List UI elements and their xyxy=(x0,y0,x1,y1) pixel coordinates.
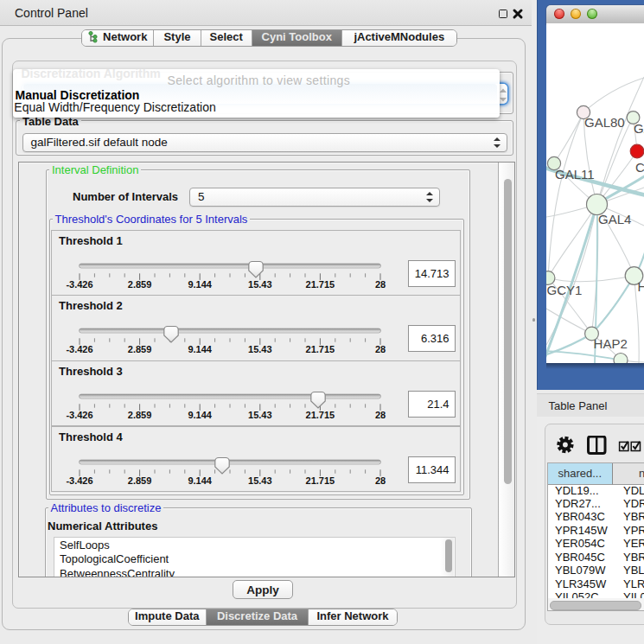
svg-text:H: H xyxy=(638,279,644,294)
svg-text:GAL4: GAL4 xyxy=(598,212,631,226)
svg-text:HAP2: HAP2 xyxy=(594,336,628,351)
svg-text:GA: GA xyxy=(634,121,644,136)
svg-text:CD: CD xyxy=(635,160,644,175)
svg-text:GAL80: GAL80 xyxy=(584,115,625,130)
svg-text:GAL11: GAL11 xyxy=(555,167,595,182)
svg-text:GCY1: GCY1 xyxy=(547,283,583,297)
